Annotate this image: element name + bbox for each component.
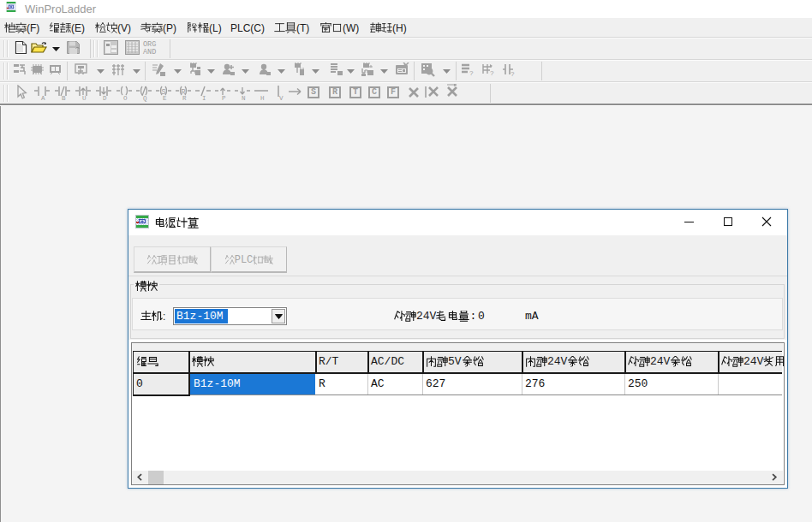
svg-text:?: ?	[490, 69, 494, 77]
svg-text:?: ?	[510, 70, 515, 78]
svg-text:?: ?	[469, 69, 474, 77]
